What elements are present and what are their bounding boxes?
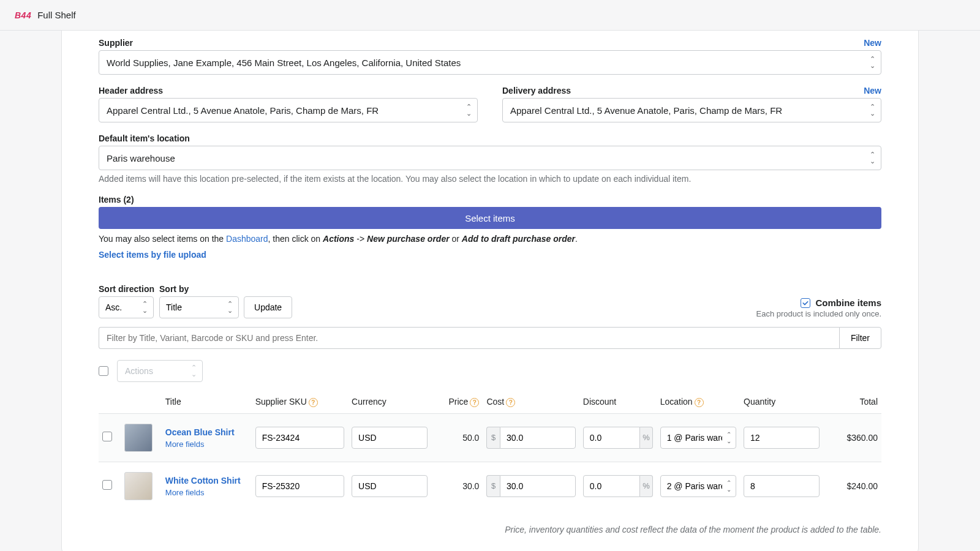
total-cell: $360.00 <box>823 413 881 462</box>
sort-direction-field: Sort direction Asc. ⌃⌄ <box>99 284 154 318</box>
filter-input[interactable] <box>99 327 839 349</box>
delivery-address-label: Delivery address <box>502 86 571 96</box>
help-icon[interactable]: ? <box>695 398 704 407</box>
currency-input[interactable] <box>352 475 428 497</box>
product-thumbnail <box>124 472 153 500</box>
table-footnote: Price, inventory quantities and cost ref… <box>99 525 881 534</box>
currency-input[interactable] <box>352 427 428 449</box>
supplier-label: Supplier <box>99 38 133 48</box>
form-card: Supplier New World Supplies, Jane Exampl… <box>61 31 919 551</box>
more-fields-link[interactable]: More fields <box>165 440 248 449</box>
select-items-button[interactable]: Select items <box>99 207 881 229</box>
col-location: Location? <box>657 391 740 413</box>
supplier-new-link[interactable]: New <box>864 38 881 48</box>
header-address-select[interactable]: Apparel Central Ltd., 5 Avenue Anatole, … <box>99 98 478 122</box>
row-checkbox[interactable] <box>102 432 112 441</box>
quantity-input[interactable] <box>744 427 820 449</box>
default-location-help: Added items will have this location pre-… <box>99 174 881 184</box>
dollar-icon: $ <box>486 427 500 449</box>
default-location-label: Default item's location <box>99 133 190 143</box>
product-thumbnail <box>124 424 153 452</box>
help-icon[interactable]: ? <box>309 398 318 407</box>
table-row: Ocean Blue Shirt More fields 50.0 $ <box>99 413 881 462</box>
supplier-select[interactable]: World Supplies, Jane Example, 456 Main S… <box>99 50 881 75</box>
default-location-field: Default item's location Paris warehouse … <box>99 133 881 184</box>
dashboard-link[interactable]: Dashboard <box>226 234 268 244</box>
price-cell: 50.0 <box>431 413 483 462</box>
cost-input[interactable] <box>500 475 576 497</box>
product-title-link[interactable]: Ocean Blue Shirt <box>165 427 248 438</box>
col-cost: Cost? <box>483 391 579 413</box>
table-row: White Cotton Shirt More fields 30.0 $ <box>99 462 881 510</box>
items-table: Title Supplier SKU? Currency Price? Cost… <box>99 391 881 510</box>
col-quantity: Quantity <box>740 391 823 413</box>
items-field: Items (2) Select items You may also sele… <box>99 195 881 260</box>
product-title-link[interactable]: White Cotton Shirt <box>165 475 248 487</box>
col-discount: Discount <box>579 391 657 413</box>
header-address-field: Header address Apparel Central Ltd., 5 A… <box>99 86 478 122</box>
supplier-sku-input[interactable] <box>255 427 344 449</box>
select-items-file-upload-link[interactable]: Select items by file upload <box>99 250 206 260</box>
bulk-actions-select[interactable]: Actions <box>117 360 203 382</box>
more-fields-link[interactable]: More fields <box>165 488 248 497</box>
cost-input[interactable] <box>500 427 576 449</box>
default-location-select[interactable]: Paris warehouse <box>99 146 881 170</box>
items-label: Items (2) <box>99 195 134 204</box>
delivery-address-select[interactable]: Apparel Central Ltd., 5 Avenue Anatole, … <box>502 98 881 122</box>
sort-by-field: Sort by Title ⌃⌄ <box>159 284 239 318</box>
percent-icon: % <box>640 475 652 497</box>
total-cell: $240.00 <box>823 462 881 510</box>
price-cell: 30.0 <box>431 462 483 510</box>
delivery-address-field: Delivery address New Apparel Central Ltd… <box>502 86 881 122</box>
delivery-address-new-link[interactable]: New <box>864 86 881 96</box>
sort-by-label: Sort by <box>159 284 239 294</box>
discount-input[interactable] <box>583 427 640 449</box>
col-supplier-sku: Supplier SKU? <box>252 391 348 413</box>
row-checkbox[interactable] <box>102 480 112 490</box>
combine-items-help: Each product is included only once. <box>756 309 881 318</box>
items-hint: You may also select items on the Dashboa… <box>99 234 881 244</box>
col-currency: Currency <box>348 391 431 413</box>
combine-items-label: Combine items <box>815 298 881 308</box>
help-icon[interactable]: ? <box>506 398 515 407</box>
dollar-icon: $ <box>486 475 500 497</box>
sort-direction-label: Sort direction <box>99 284 154 294</box>
app-logo: B44 <box>15 10 31 20</box>
app-title: Full Shelf <box>37 10 76 20</box>
sort-direction-select[interactable]: Asc. <box>99 296 154 318</box>
sort-by-select[interactable]: Title <box>159 296 239 318</box>
supplier-sku-input[interactable] <box>255 475 344 497</box>
select-all-checkbox[interactable] <box>99 366 108 376</box>
combine-items-checkbox[interactable] <box>801 298 810 308</box>
location-select[interactable] <box>660 475 736 497</box>
percent-icon: % <box>640 427 652 449</box>
quantity-input[interactable] <box>744 475 820 497</box>
supplier-field: Supplier New World Supplies, Jane Exampl… <box>99 38 881 75</box>
discount-input[interactable] <box>583 475 640 497</box>
col-price: Price? <box>431 391 483 413</box>
header-address-label: Header address <box>99 86 163 96</box>
filter-button[interactable]: Filter <box>839 327 881 349</box>
col-total: Total <box>823 391 881 413</box>
col-title: Title <box>162 391 252 413</box>
update-sort-button[interactable]: Update <box>244 296 292 318</box>
help-icon[interactable]: ? <box>470 398 479 407</box>
topbar: B44 Full Shelf <box>0 0 980 31</box>
location-select[interactable] <box>660 427 736 449</box>
